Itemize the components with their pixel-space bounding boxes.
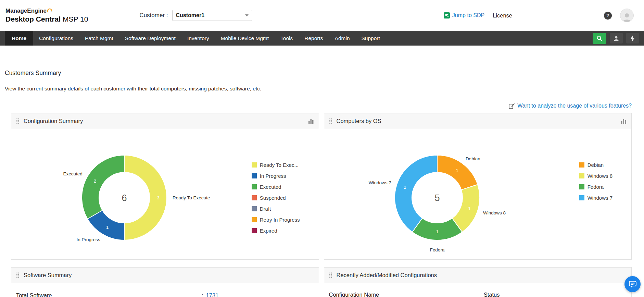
help-icon[interactable]: ? bbox=[604, 12, 612, 20]
nav-item-reports[interactable]: Reports bbox=[299, 31, 329, 46]
donut-segment-executed bbox=[82, 155, 124, 219]
drag-handle-icon[interactable] bbox=[16, 272, 20, 278]
legend-item-ready-to-exec-: Ready To Exec... bbox=[252, 159, 300, 170]
content: Customers Summary View the current summa… bbox=[0, 70, 644, 297]
panel-title: Configuration Summary bbox=[24, 118, 83, 124]
bar-chart-icon[interactable] bbox=[308, 119, 314, 124]
segment-label-fedora: Fedora bbox=[430, 247, 444, 252]
quick-actions-button[interactable] bbox=[626, 33, 639, 44]
customer-select-value: Customer1 bbox=[176, 12, 205, 18]
segment-label-in-progress: In Progress bbox=[76, 237, 100, 242]
support-agent-button[interactable] bbox=[610, 33, 623, 44]
nav-item-configurations[interactable]: Configurations bbox=[33, 31, 79, 46]
panel-header: Configuration Summary bbox=[11, 113, 319, 129]
total-software-label: Total Software bbox=[16, 292, 202, 297]
lightning-icon bbox=[630, 35, 635, 42]
segment-value-windows-8: 1 bbox=[468, 206, 470, 211]
segment-label-windows-8: Windows 8 bbox=[483, 210, 506, 215]
brand-product-edition: MSP 10 bbox=[63, 15, 88, 23]
donut-center-total: 6 bbox=[122, 193, 127, 203]
brand-top-text: ManageEngine bbox=[5, 7, 47, 14]
total-software-value-link[interactable]: 1731 bbox=[206, 292, 219, 297]
legend-configuration-summary: Ready To Exec...In ProgressExecutedSuspe… bbox=[252, 159, 300, 236]
legend-item-windows-7: Windows 7 bbox=[579, 192, 613, 203]
donut-segment-ready-to-execute bbox=[124, 155, 167, 240]
nav-icons bbox=[593, 31, 644, 46]
legend-swatch bbox=[252, 206, 257, 211]
drag-handle-icon[interactable] bbox=[16, 118, 20, 124]
legend-label: Fedora bbox=[588, 184, 604, 190]
edit-icon bbox=[509, 103, 515, 109]
top-panels-row: Configuration Summary 3Ready To Execute1… bbox=[11, 113, 632, 260]
configuration-summary-chart-area: 3Ready To Execute1In Progress2Executed6 … bbox=[11, 129, 319, 259]
panel-header: Software Summary bbox=[11, 268, 319, 283]
main-nav: HomeConfigurationsPatch MgmtSoftware Dep… bbox=[0, 31, 644, 46]
donut-segment-windows-7 bbox=[395, 155, 437, 232]
legend-item-suspended: Suspended bbox=[252, 192, 300, 203]
segment-value-debian: 1 bbox=[456, 168, 458, 173]
legend-label: Windows 8 bbox=[588, 173, 613, 179]
legend-label: Suspended bbox=[260, 195, 286, 201]
legend-item-debian: Debian bbox=[579, 159, 613, 170]
panel-software-summary: Software Summary Total Software : 1731 bbox=[11, 267, 319, 297]
legend-swatch bbox=[252, 228, 257, 233]
brand-product: Desktop CentralMSP 10 bbox=[5, 15, 88, 24]
legend-label: Retry In Progress bbox=[260, 217, 300, 223]
legend-swatch bbox=[252, 162, 257, 168]
panel-title: Software Summary bbox=[24, 272, 72, 279]
panel-header: Computers by OS bbox=[324, 113, 632, 129]
search-icon bbox=[596, 35, 603, 41]
avatar[interactable] bbox=[620, 9, 634, 22]
page-subtitle: View the current summary details of each… bbox=[5, 86, 644, 92]
legend-item-expired: Expired bbox=[252, 225, 300, 236]
donut-chart-configuration-summary: 3Ready To Execute1In Progress2Executed6 bbox=[22, 129, 234, 259]
legend-swatch bbox=[252, 173, 257, 178]
nav-item-patch-mgmt[interactable]: Patch Mgmt bbox=[79, 31, 119, 46]
segment-label-executed: Executed bbox=[63, 171, 83, 176]
nav-item-admin[interactable]: Admin bbox=[329, 31, 356, 46]
jump-to-sdp-link[interactable]: Jump to SDP bbox=[444, 12, 484, 18]
nav-item-tools[interactable]: Tools bbox=[275, 31, 299, 46]
panel-title: Computers by OS bbox=[337, 118, 381, 124]
search-button[interactable] bbox=[593, 33, 606, 44]
legend-label: Expired bbox=[260, 228, 277, 234]
segment-label-windows-7: Windows 7 bbox=[368, 180, 391, 185]
analyze-row: Want to analyze the usage of various fea… bbox=[0, 102, 632, 110]
legend-item-retry-in-progress: Retry In Progress bbox=[252, 214, 300, 225]
chat-button[interactable] bbox=[624, 276, 641, 292]
legend-swatch bbox=[579, 184, 584, 189]
jump-to-sdp-label: Jump to SDP bbox=[452, 12, 484, 18]
panel-header: Recently Added/Modified Configurations bbox=[324, 268, 632, 283]
bar-chart-icon[interactable] bbox=[621, 119, 627, 124]
agent-icon bbox=[613, 35, 619, 41]
bottom-panels-row: Software Summary Total Software : 1731 bbox=[11, 267, 632, 297]
panel-computers-by-os: Computers by OS 1Debian1Windows 81Fedora… bbox=[324, 113, 632, 260]
legend-computers-by-os: DebianWindows 8FedoraWindows 7 bbox=[579, 159, 613, 203]
panel-configuration-summary: Configuration Summary 3Ready To Execute1… bbox=[11, 113, 319, 260]
legend-swatch bbox=[579, 162, 584, 168]
drag-handle-icon[interactable] bbox=[329, 118, 332, 124]
legend-swatch bbox=[252, 184, 257, 189]
legend-item-fedora: Fedora bbox=[579, 181, 613, 192]
brand-product-name: Desktop Central bbox=[5, 15, 61, 23]
nav-item-inventory[interactable]: Inventory bbox=[181, 31, 215, 46]
nav-item-support[interactable]: Support bbox=[356, 31, 386, 46]
computers-by-os-chart-area: 1Debian1Windows 81Fedora2Windows 75 Debi… bbox=[324, 129, 632, 259]
analyze-usage-link[interactable]: Want to analyze the usage of various fea… bbox=[517, 103, 632, 109]
customer-select[interactable]: Customer1 bbox=[172, 10, 252, 21]
segment-value-ready-to-execute: 3 bbox=[157, 195, 159, 200]
drag-handle-icon[interactable] bbox=[329, 272, 332, 278]
segment-value-in-progress: 1 bbox=[106, 225, 109, 230]
segment-value-fedora: 1 bbox=[436, 229, 438, 234]
legend-item-windows-8: Windows 8 bbox=[579, 170, 613, 181]
customer-label: Customer : bbox=[139, 12, 168, 19]
nav-item-mobile-device-mgmt[interactable]: Mobile Device Mgmt bbox=[215, 31, 275, 46]
donut-center-total: 5 bbox=[434, 193, 440, 203]
nav-item-home[interactable]: Home bbox=[5, 31, 33, 46]
license-link[interactable]: License bbox=[493, 12, 512, 19]
column-status: Status bbox=[484, 292, 627, 297]
legend-item-executed: Executed bbox=[252, 181, 300, 192]
panel-title: Recently Added/Modified Configurations bbox=[337, 272, 437, 279]
legend-label: Debian bbox=[588, 162, 604, 168]
nav-item-software-deployment[interactable]: Software Deployment bbox=[119, 31, 181, 46]
